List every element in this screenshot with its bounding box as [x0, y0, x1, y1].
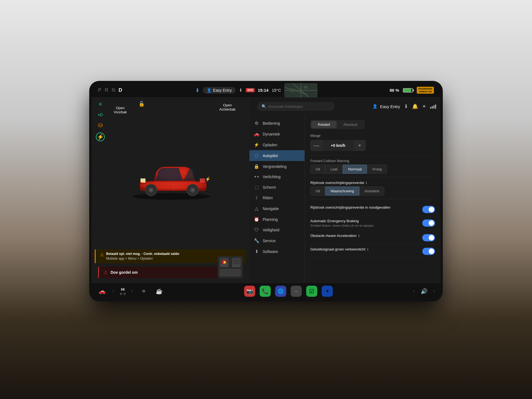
svg-point-17 [192, 189, 193, 191]
svg-rect-6 [304, 86, 308, 89]
autopilot-icon: ⬡ [254, 153, 259, 158]
software-icon: ⬇ [254, 249, 259, 254]
search-placeholder: Doorzoek instellingen [268, 104, 303, 109]
scherm-icon: ⬚ [254, 185, 259, 190]
fcw-laat[interactable]: Laat [325, 165, 343, 174]
lane-uit[interactable]: Uit [310, 186, 325, 196]
nav-software[interactable]: ⬇ Software [249, 246, 305, 257]
nav-dynamiek[interactable]: 🚗 Dynamiek [249, 129, 305, 139]
nav-opladen[interactable]: ⚡ Opladen [249, 139, 305, 150]
cup-holder-icon[interactable]: ☕ [154, 286, 164, 296]
nav-service[interactable]: 🔧 Service [249, 235, 305, 246]
bluetooth-icon[interactable]: ✶ [422, 103, 426, 109]
n-mode: N [112, 87, 116, 93]
marge-label: Marge [310, 134, 435, 138]
top-right-area: 86 % PASSENGERAIRBAG ON [390, 87, 434, 94]
headlights-icon: ≡ [96, 101, 105, 108]
dashboard-background: P R N D ⬇ 👤 Easy Entry ⬇ SOS 15:14 15°C [0, 0, 532, 399]
browser-button[interactable]: 🌐 [275, 286, 286, 297]
more-apps-button[interactable]: ··· [291, 286, 302, 297]
sos-badge[interactable]: SOS [246, 88, 254, 92]
veiligheid-icon: 🛡 [254, 227, 259, 232]
obstacle-info-icon[interactable]: ℹ [358, 234, 360, 238]
tab-absoluut[interactable]: Absoluut [337, 121, 364, 128]
obstacle-accel-toggle[interactable] [422, 234, 435, 241]
nav-verlichting[interactable]: ✦✦ Verlichting [249, 172, 305, 182]
seatbelt-icon: ⚠ [103, 269, 108, 275]
bediening-icon: ⚙ [254, 121, 259, 126]
nav-navigatie[interactable]: △ Navigatie [249, 203, 305, 214]
top-status-bar: P R N D ⬇ 👤 Easy Entry ⬇ SOS 15:14 15°C [91, 83, 441, 98]
header-right-controls: 👤 Easy Entry ⬇ 🔔 ✶ [341, 103, 436, 109]
heat-icon[interactable]: ≋ [139, 286, 149, 296]
speed-minus-button[interactable]: — [310, 140, 323, 151]
warning-text: Betaald opl. niet mog. · Contr. onbetaal… [106, 252, 179, 261]
nav-planning[interactable]: ⏰ Planning [249, 214, 305, 225]
fcw-uit[interactable]: Uit [310, 165, 325, 174]
volume-icon[interactable]: 🔊 [419, 286, 429, 296]
speed-plus-button[interactable]: + [354, 140, 366, 151]
car-home-icon[interactable]: 🚗 [97, 286, 107, 296]
easy-entry-badge[interactable]: 👤 Easy Entry [203, 87, 236, 94]
seatbelt-text: Doe gordel om [111, 270, 138, 275]
left-chevron[interactable]: ‹ [112, 288, 114, 294]
lock-icon: 🔓 [139, 101, 145, 107]
navigatie-icon: △ [254, 206, 259, 211]
verlichting-icon: ✦✦ [254, 175, 259, 179]
d-mode: D [119, 87, 123, 93]
nav-ritten[interactable]: ⟟ Ritten [249, 193, 305, 203]
front-trunk-label[interactable]: Open Voorbak [114, 106, 127, 114]
vol-left-chevron[interactable]: ‹ [413, 288, 415, 294]
fcw-normaal[interactable]: Normaal [343, 165, 367, 174]
fcw-vroeg[interactable]: Vroeg [367, 165, 387, 174]
green-light-toggle[interactable] [422, 248, 435, 255]
nav-bediening[interactable]: ⚙ Bediening [249, 118, 305, 129]
svg-text:🔔: 🔔 [223, 260, 227, 264]
airbag-indicator: PASSENGERAIRBAG ON [417, 87, 434, 94]
nav-vergrendeling-label: Vergrendeling [263, 164, 287, 169]
lane-emergency-toggle[interactable] [422, 206, 435, 213]
nav-veiligheid[interactable]: 🛡 Veiligheid [249, 225, 305, 235]
svg-rect-5 [290, 89, 295, 92]
lane-emergency-row: Rijstrook overschrijdingspreventie in no… [310, 203, 435, 216]
taskbar-center: 📷 📞 🌐 ··· ☑ ✶ [244, 286, 333, 297]
svg-rect-24 [220, 269, 241, 276]
bluetooth-button[interactable]: ✶ [322, 286, 333, 297]
emergency-braking-toggle[interactable] [422, 219, 435, 227]
divider-2 [310, 177, 435, 177]
nav-autopilot[interactable]: ⬡ Autopilot [249, 150, 305, 161]
temp-display: 15°C [272, 88, 281, 93]
ritten-icon: ⟟ [254, 195, 259, 200]
lane-assistent[interactable]: Assistent [359, 186, 385, 196]
lane-info-icon[interactable]: ℹ [366, 181, 367, 185]
divider-1 [310, 155, 435, 156]
tab-relatief[interactable]: Relatief [311, 121, 337, 128]
relatief-absoluut-tabs[interactable]: Relatief Absoluut [310, 120, 365, 129]
green-light-info-icon[interactable]: ℹ [367, 247, 369, 251]
checklist-button[interactable]: ☑ [306, 286, 317, 297]
taskbar-left: 🚗 ‹ HI ▣ ▣ › ≋ ☕ [97, 286, 164, 296]
nav-autopilot-label: Autopilot [263, 154, 278, 158]
fcw-options: Uit Laat Normaal Vroeg [310, 165, 435, 174]
nav-scherm[interactable]: ⬚ Scherm [249, 182, 305, 193]
nav-bediening-label: Bediening [263, 121, 280, 126]
download-header-icon[interactable]: ⬇ [404, 103, 408, 109]
rear-trunk-label[interactable]: Open Achterbak [219, 103, 236, 111]
nav-service-label: Service [263, 239, 276, 243]
top-center-info: ⬇ 👤 Easy Entry ⬇ SOS 15:14 15°C [195, 83, 318, 98]
phone-button[interactable]: 📞 [260, 286, 271, 297]
person-icon: 👤 [207, 88, 211, 93]
lane-waarschuwing[interactable]: Waarschuwing [325, 186, 359, 196]
nav-software-label: Software [263, 249, 278, 254]
right-chevron-climate[interactable]: › [131, 288, 133, 294]
nav-vergrendeling[interactable]: 🔒 Vergrendeling [249, 161, 305, 172]
bell-icon[interactable]: 🔔 [412, 103, 418, 109]
taskbar-right: ‹ 🔊 › [413, 286, 435, 296]
right-body: ⚙ Bediening 🚗 Dynamiek ⚡ Opladen [249, 116, 441, 283]
search-bar[interactable]: 🔍 Doorzoek instellingen [257, 102, 335, 111]
map-thumbnail[interactable] [284, 83, 318, 98]
vol-right-chevron[interactable]: › [433, 288, 435, 294]
nav-ritten-label: Ritten [263, 196, 273, 200]
warning-triangle-icon: ⚠ [100, 252, 104, 257]
emergency-braking-row: Automatic Emergency Braking Schakel Auto… [310, 216, 435, 231]
